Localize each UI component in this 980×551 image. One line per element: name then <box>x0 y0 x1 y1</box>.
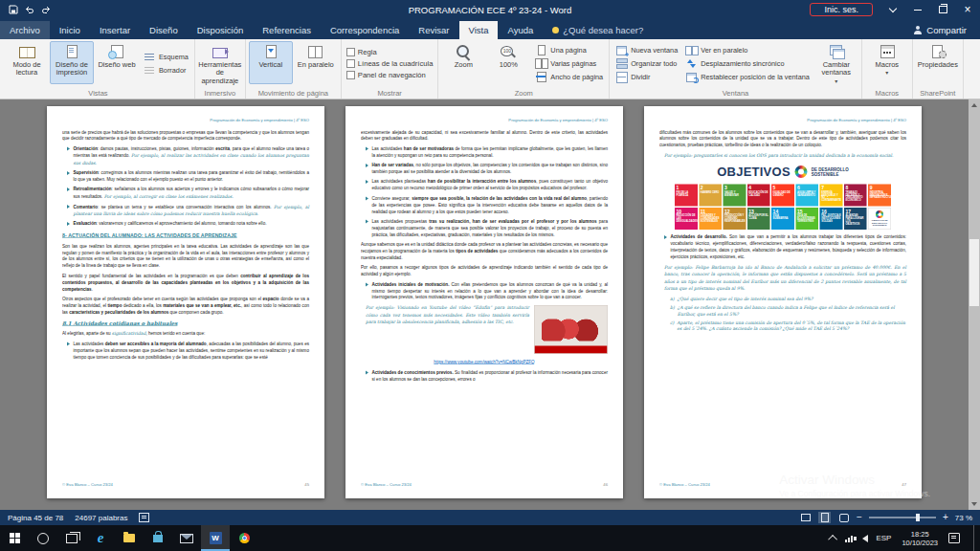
zoom-out-button[interactable]: − <box>857 513 862 522</box>
checkbox-regla[interactable]: Regla <box>345 47 435 57</box>
lettered-list: a)¿Qué quiere decir que el tipo de inter… <box>670 296 906 332</box>
undo-icon[interactable] <box>25 5 34 14</box>
ribbon-button-restablecer-posicion-de-la-ventana[interactable]: Restablecer posición de la ventana <box>682 71 813 83</box>
taskbar-app-mail[interactable] <box>172 525 201 551</box>
title-bar-controls: Inic. ses. × <box>810 0 980 19</box>
action-center-icon[interactable] <box>948 533 960 543</box>
ribbon-button-varias-paginas[interactable]: Varias páginas <box>532 57 606 70</box>
ribbon-button-nueva-ventana[interactable]: Nueva ventana <box>612 44 680 56</box>
close-button[interactable]: × <box>955 0 980 19</box>
taskbar-app-edge[interactable]: e <box>86 525 115 551</box>
ribbon-button-vertical[interactable]: Vertical <box>249 41 293 84</box>
lightbulb-icon <box>552 27 559 33</box>
ribbon-button-borrador[interactable]: Borrador <box>141 64 191 77</box>
language-indicator[interactable]: ESP <box>876 534 891 542</box>
mail-icon <box>180 534 193 543</box>
ribbon-tab-referencias[interactable]: Referencias <box>253 21 321 39</box>
sdg-goal-tile: 5Igualdad de género <box>771 184 794 206</box>
print-layout-view-button[interactable] <box>818 512 831 523</box>
tell-me-box[interactable]: ¿Qué desea hacer? <box>543 21 653 39</box>
ribbon-button-100[interactable]: 100% <box>486 41 530 84</box>
ribbon-tab-diseno[interactable]: Diseño <box>140 21 188 39</box>
bullet-text: Han de ser variadas, no sólo porque los … <box>372 162 609 175</box>
web-layout-view-button[interactable] <box>837 512 850 523</box>
ribbon-button-desplazamiento-sincronico[interactable]: Desplazamiento sincrónico <box>682 57 813 70</box>
ribbon-tab-correspondencia[interactable]: Correspondencia <box>321 21 409 39</box>
proofing-icon[interactable] <box>139 513 149 522</box>
ribbon-button-label: Varias páginas <box>550 59 596 68</box>
task-view-button[interactable] <box>57 525 86 551</box>
ribbon-tab-ayuda[interactable]: Ayuda <box>498 21 543 39</box>
paragraph: una serie de precios que habrá de las so… <box>62 129 309 143</box>
read-mode-view-button[interactable] <box>799 512 812 523</box>
person-icon <box>913 26 922 34</box>
sdg-goal-label: Vida de ecosistemas terrestres <box>797 214 817 223</box>
vertical-scrollbar[interactable] <box>969 99 980 510</box>
zoom-percentage[interactable]: 73 % <box>955 514 972 522</box>
sign-in-button[interactable]: Inic. ses. <box>810 3 873 16</box>
sdg-goal-label: Industria, innovación e infraestructura <box>870 190 890 199</box>
ribbon-group-items: Macros▾ <box>865 41 909 86</box>
ribbon-button-macros[interactable]: Macros▾ <box>865 41 909 84</box>
scroll-down-icon[interactable] <box>969 498 980 510</box>
redo-icon[interactable] <box>41 5 51 14</box>
word-count[interactable]: 24697 palabras <box>75 514 127 522</box>
sdg-wheel-icon <box>876 210 883 218</box>
minimize-button[interactable] <box>905 0 930 19</box>
ribbon-button-cambiar-ventanas[interactable]: Cambiar ventanas▾ <box>814 41 858 84</box>
taskbar-app-store[interactable] <box>144 525 172 551</box>
ribbon-button-label: Herramientas de aprendizaje <box>198 61 241 85</box>
start-button[interactable] <box>0 525 29 551</box>
ribbon-tab-disposicion[interactable]: Disposición <box>188 21 254 39</box>
zoom-slider-thumb[interactable] <box>916 514 920 521</box>
ribbon-button-diseno-web[interactable]: Diseño web <box>95 41 139 84</box>
ribbon-button-esquema[interactable]: Esquema <box>141 51 191 63</box>
save-icon[interactable] <box>9 5 18 14</box>
page-indicator[interactable]: Página 45 de 78 <box>8 514 63 522</box>
bullet-marker-icon <box>366 180 368 184</box>
ribbon-button-diseno-de-impresion[interactable]: Diseño de impresión <box>50 41 94 84</box>
sdg-goal-label: Alianzas para lograr los objetivos <box>845 214 865 226</box>
checkbox-lineas-de-la-cuadricula[interactable]: Líneas de la cuadrícula <box>345 58 435 69</box>
list-item: b)¿A qué se refiere la directora del ban… <box>670 303 906 317</box>
ribbon-tab-vista[interactable]: Vista <box>459 21 499 39</box>
ribbon-button-en-paralelo[interactable]: En paralelo <box>294 41 338 84</box>
taskbar-app-chrome[interactable] <box>230 525 258 551</box>
ribbon-button-ver-en-paralelo[interactable]: Ver en paralelo <box>682 44 813 56</box>
clock-time: 18:25 <box>911 530 929 539</box>
ribbon-tab-insertar[interactable]: Insertar <box>90 21 140 39</box>
ribbon-button-modo-de-lectura[interactable]: Modo de lectura <box>5 41 49 84</box>
ribbon-display-options-button[interactable] <box>880 0 905 19</box>
zoom-in-button[interactable]: + <box>943 513 948 522</box>
page-header-text: Programación de Economía y emprendimient… <box>361 117 608 122</box>
youtube-link[interactable]: https://www.youtube.com/watch?v=NCwBkNgP… <box>434 360 534 364</box>
ribbon-button-dividir[interactable]: Dividir <box>612 71 680 83</box>
volume-icon[interactable] <box>862 535 868 542</box>
bullet-item: Comentario: se plantea un tema y se esta… <box>67 203 309 217</box>
ribbon-button-label: Ver en paralelo <box>701 46 747 55</box>
cortana-button[interactable] <box>29 525 57 551</box>
taskbar-app-word[interactable]: W <box>201 525 230 551</box>
ribbon-tab-revisar[interactable]: Revisar <box>409 21 458 39</box>
zoom-slider[interactable] <box>869 517 936 518</box>
checkbox-panel-de-navegacion[interactable]: Panel de navegación <box>345 70 435 80</box>
ribbon-button-herramientas-de-aprendizaje[interactable]: Herramientas de aprendizaje <box>198 41 242 84</box>
ribbon-column: Una páginaVarias páginasAncho de página <box>532 41 606 86</box>
tray-chevron-icon[interactable] <box>829 535 838 544</box>
sdg-goal-tile: 16Paz, justicia e instituciones sólidas <box>820 208 843 230</box>
ribbon-tab-archivo[interactable]: Archivo <box>0 21 50 39</box>
ribbon-button-propiedades[interactable]: Propiedades <box>916 41 960 84</box>
taskbar-app-file-explorer[interactable] <box>115 525 144 551</box>
ribbon-button-ancho-de-pagina[interactable]: Ancho de página <box>532 71 606 83</box>
ribbon-tab-inicio[interactable]: Inicio <box>50 21 90 39</box>
share-button[interactable]: Compartir <box>900 21 980 39</box>
bullet-marker-icon <box>366 196 368 200</box>
restore-button[interactable] <box>930 0 955 19</box>
ribbon-button-zoom[interactable]: Zoom <box>441 41 485 84</box>
scrollbar-thumb[interactable] <box>969 239 979 306</box>
ribbon-button-organizar-todo[interactable]: Organizar todo <box>612 57 680 70</box>
taskbar-clock[interactable]: 18:25 10/10/2023 <box>899 530 941 547</box>
ribbon-button-una-pagina[interactable]: Una página <box>532 44 606 56</box>
scroll-up-icon[interactable] <box>969 99 980 111</box>
show-desktop-button[interactable] <box>973 525 978 551</box>
